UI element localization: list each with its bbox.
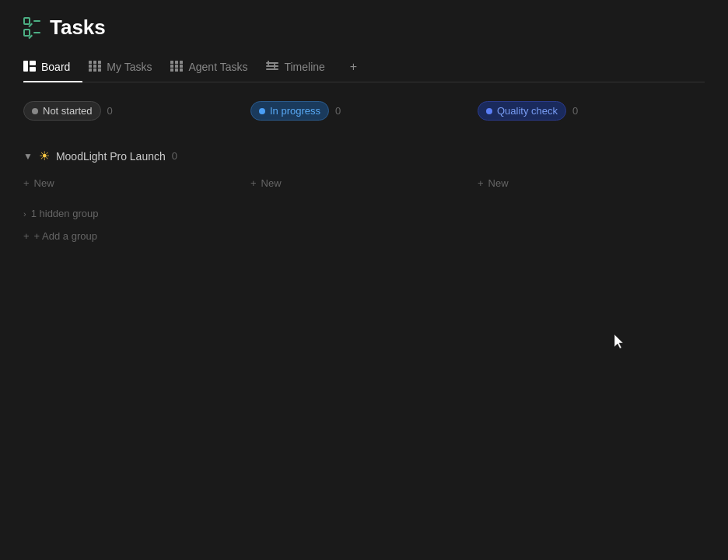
board-tab-icon xyxy=(23,61,36,74)
svg-rect-19 xyxy=(175,68,178,72)
hidden-group[interactable]: › 1 hidden group xyxy=(23,208,705,219)
svg-rect-14 xyxy=(180,61,183,64)
svg-rect-2 xyxy=(30,67,36,72)
svg-rect-15 xyxy=(170,65,173,68)
hidden-group-label: 1 hidden group xyxy=(31,208,99,219)
svg-rect-13 xyxy=(175,61,178,64)
svg-rect-5 xyxy=(98,61,101,64)
tab-my-tasks-label: My Tasks xyxy=(107,61,152,73)
new-task-row: + New + New + New xyxy=(23,174,705,192)
plus-icon-2: + xyxy=(250,177,257,189)
tasks-icon xyxy=(23,17,40,38)
svg-rect-12 xyxy=(170,61,173,64)
my-tasks-tab-icon xyxy=(89,61,101,74)
svg-rect-20 xyxy=(180,68,183,72)
tabs-bar: Board My Tasks xyxy=(23,54,705,82)
tab-timeline[interactable]: Timeline xyxy=(266,54,337,82)
tab-agent-tasks-label: Agent Tasks xyxy=(188,61,247,73)
svg-rect-23 xyxy=(266,68,278,70)
svg-rect-9 xyxy=(89,68,92,72)
plus-icon-1: + xyxy=(23,177,30,189)
page-title: Tasks xyxy=(50,16,106,40)
not-started-label: Not started xyxy=(43,105,93,117)
tab-board-label: Board xyxy=(41,61,70,73)
project-name: MoodLight Pro Launch xyxy=(56,150,166,163)
add-group-button[interactable]: + + Add a group xyxy=(23,230,705,242)
plus-icon-add-group: + xyxy=(23,230,30,242)
svg-rect-11 xyxy=(98,68,101,72)
add-tab-button[interactable]: + xyxy=(344,54,363,82)
svg-rect-10 xyxy=(93,68,96,72)
svg-rect-0 xyxy=(23,61,28,72)
svg-rect-3 xyxy=(89,61,92,64)
chevron-down-icon: › xyxy=(23,209,26,219)
quality-check-label: Quality check xyxy=(497,105,558,117)
project-header: ▼ ☀ MoodLight Pro Launch 0 xyxy=(23,149,705,163)
project-chevron-icon[interactable]: ▼ xyxy=(23,151,33,162)
add-group-label: + Add a group xyxy=(34,230,97,242)
column-header-quality-check: Quality check 0 xyxy=(478,101,705,121)
new-task-quality-check[interactable]: + New xyxy=(478,174,705,192)
column-header-in-progress: In progress 0 xyxy=(250,101,478,121)
status-badge-not-started: Not started xyxy=(23,101,101,121)
project-count: 0 xyxy=(172,150,177,162)
not-started-count: 0 xyxy=(107,105,113,117)
svg-rect-16 xyxy=(175,65,178,68)
svg-rect-25 xyxy=(274,64,275,68)
svg-rect-1 xyxy=(30,61,36,65)
new-task-label-2: New xyxy=(261,177,282,189)
svg-rect-4 xyxy=(93,61,96,64)
agent-tasks-tab-icon xyxy=(170,61,183,74)
svg-rect-8 xyxy=(98,65,101,68)
in-progress-count: 0 xyxy=(335,105,341,117)
plus-icon-3: + xyxy=(478,177,484,189)
tab-agent-tasks[interactable]: Agent Tasks xyxy=(170,54,260,82)
in-progress-dot xyxy=(259,108,265,114)
status-badge-quality-check: Quality check xyxy=(478,101,566,121)
tab-timeline-label: Timeline xyxy=(284,61,324,73)
not-started-dot xyxy=(32,108,38,114)
svg-rect-24 xyxy=(268,61,269,65)
quality-check-dot xyxy=(486,108,492,114)
timeline-tab-icon xyxy=(266,61,278,74)
svg-rect-18 xyxy=(170,68,173,72)
new-task-not-started[interactable]: + New xyxy=(23,174,250,192)
project-sun-icon: ☀ xyxy=(39,149,50,163)
column-header-not-started: Not started 0 xyxy=(23,101,250,121)
tab-board[interactable]: Board xyxy=(23,54,82,82)
page-header: Tasks xyxy=(23,16,705,40)
new-task-in-progress[interactable]: + New xyxy=(250,174,478,192)
in-progress-label: In progress xyxy=(270,105,320,117)
new-task-label-3: New xyxy=(488,177,509,189)
svg-rect-7 xyxy=(93,65,96,68)
quality-check-count: 0 xyxy=(572,105,578,117)
status-badge-in-progress: In progress xyxy=(250,101,329,121)
svg-rect-17 xyxy=(180,65,183,68)
new-task-label-1: New xyxy=(34,177,54,189)
column-headers: Not started 0 In progress 0 Quality chec… xyxy=(23,101,705,133)
tab-my-tasks[interactable]: My Tasks xyxy=(89,54,164,82)
svg-rect-6 xyxy=(89,65,92,68)
svg-rect-22 xyxy=(266,65,278,67)
